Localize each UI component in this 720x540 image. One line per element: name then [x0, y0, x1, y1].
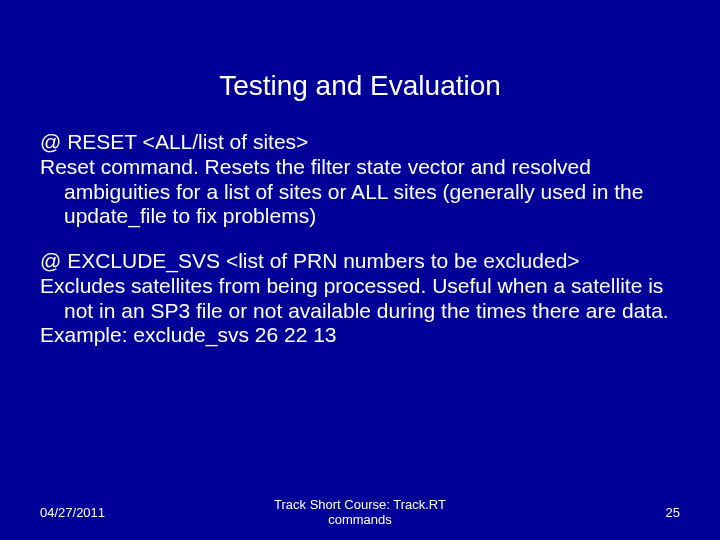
- footer-title: Track Short Course: Track.RT commands: [0, 497, 720, 528]
- slide-title: Testing and Evaluation: [40, 0, 680, 130]
- command-line: @ EXCLUDE_SVS <list of PRN numbers to be…: [40, 249, 680, 274]
- command-desc: Excludes satellites from being processed…: [40, 274, 680, 324]
- command-line: @ RESET <ALL/list of sites>: [40, 130, 680, 155]
- block-exclude: @ EXCLUDE_SVS <list of PRN numbers to be…: [40, 249, 680, 348]
- command-example: Example: exclude_svs 26 22 13: [40, 323, 680, 348]
- footer-page: 25: [666, 505, 680, 520]
- command-desc: Reset command. Resets the filter state v…: [40, 155, 680, 229]
- slide-body: @ RESET <ALL/list of sites> Reset comman…: [40, 130, 680, 348]
- block-reset: @ RESET <ALL/list of sites> Reset comman…: [40, 130, 680, 229]
- slide: Testing and Evaluation @ RESET <ALL/list…: [0, 0, 720, 540]
